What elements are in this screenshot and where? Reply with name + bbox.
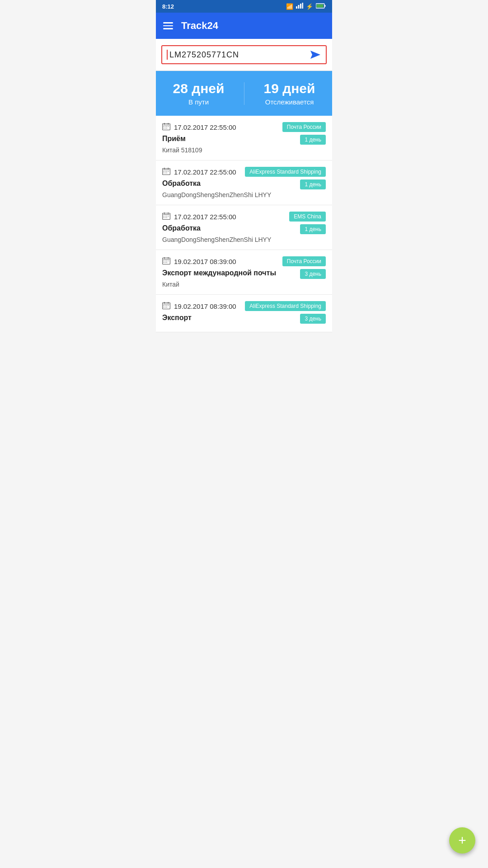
calendar-icon bbox=[162, 212, 170, 222]
svg-rect-16 bbox=[163, 127, 164, 128]
day-badge: 3 день bbox=[300, 314, 326, 324]
svg-rect-23 bbox=[163, 171, 164, 172]
entry-time: 17.02.2017 22:55:00 bbox=[174, 123, 236, 131]
entry-status: Экспорт международной почты bbox=[162, 269, 276, 277]
svg-rect-46 bbox=[165, 260, 166, 261]
day-badge: 1 день bbox=[300, 135, 326, 145]
svg-rect-56 bbox=[163, 305, 164, 306]
svg-rect-59 bbox=[168, 305, 169, 306]
search-container bbox=[156, 39, 332, 71]
text-cursor bbox=[167, 50, 168, 60]
stat-in-transit: 28 дней В пути bbox=[173, 81, 225, 106]
svg-rect-38 bbox=[163, 217, 164, 218]
svg-rect-14 bbox=[166, 126, 167, 127]
search-box bbox=[161, 45, 327, 64]
entry-body: Обработка 1 день bbox=[162, 179, 326, 189]
entry-status: Приём bbox=[162, 135, 186, 143]
day-badge: 1 день bbox=[300, 179, 326, 189]
tracking-entry: 17.02.2017 22:55:00 AliExpress Standard … bbox=[156, 160, 332, 205]
entry-status: Экспорт bbox=[162, 314, 192, 322]
tracking-entry: 19.02.2017 08:39:00 AliExpress Standard … bbox=[156, 295, 332, 332]
svg-rect-24 bbox=[165, 171, 166, 172]
svg-rect-50 bbox=[165, 262, 166, 263]
carrier-badge: Почта России bbox=[282, 122, 326, 132]
svg-rect-53 bbox=[163, 304, 169, 304]
svg-rect-31 bbox=[163, 214, 169, 215]
entry-body: Обработка 1 день bbox=[162, 224, 326, 234]
entry-header: 17.02.2017 22:55:00 EMS China bbox=[162, 212, 326, 222]
svg-rect-29 bbox=[166, 172, 167, 173]
entry-body: Приём 1 день bbox=[162, 135, 326, 145]
svg-rect-35 bbox=[165, 216, 166, 217]
carrier-badge: AliExpress Standard Shipping bbox=[245, 167, 326, 177]
entry-body: Экспорт 3 день bbox=[162, 314, 326, 324]
status-bar: 8:12 📶 ⚡ bbox=[156, 0, 332, 13]
svg-rect-36 bbox=[166, 216, 167, 217]
svg-rect-5 bbox=[317, 4, 324, 7]
carrier-badge: EMS China bbox=[289, 212, 326, 222]
entry-time: 17.02.2017 22:55:00 bbox=[174, 168, 236, 176]
svg-rect-60 bbox=[163, 307, 164, 307]
entry-time: 19.02.2017 08:39:00 bbox=[174, 302, 236, 310]
entry-datetime: 17.02.2017 22:55:00 bbox=[162, 123, 236, 132]
svg-rect-40 bbox=[166, 217, 167, 218]
svg-rect-37 bbox=[168, 216, 169, 217]
svg-rect-33 bbox=[168, 212, 169, 214]
entry-header: 17.02.2017 22:55:00 AliExpress Standard … bbox=[162, 167, 326, 177]
svg-rect-55 bbox=[168, 302, 169, 303]
svg-rect-26 bbox=[168, 171, 169, 172]
wifi-icon: 📶 bbox=[286, 3, 293, 10]
day-badge: 1 день bbox=[300, 224, 326, 234]
status-icons: 📶 ⚡ bbox=[286, 3, 326, 10]
calendar-icon bbox=[162, 257, 170, 266]
entry-header: 19.02.2017 08:39:00 AliExpress Standard … bbox=[162, 301, 326, 311]
entry-datetime: 19.02.2017 08:39:00 bbox=[162, 302, 236, 311]
entry-datetime: 17.02.2017 22:55:00 bbox=[162, 212, 236, 222]
svg-rect-25 bbox=[166, 171, 167, 172]
svg-rect-54 bbox=[164, 302, 165, 303]
entry-location: GuangDongShengShenZhenShi LHYY bbox=[162, 236, 326, 243]
entry-location: GuangDongShengShenZhenShi LHYY bbox=[162, 191, 326, 198]
tracking-entry: 17.02.2017 22:55:00 Почта России Приём 1… bbox=[156, 116, 332, 160]
tracking-list: 17.02.2017 22:55:00 Почта России Приём 1… bbox=[156, 116, 332, 332]
stat-tracked: 19 дней Отслеживается bbox=[264, 81, 315, 106]
calendar-icon bbox=[162, 302, 170, 311]
svg-rect-1 bbox=[298, 5, 300, 9]
search-send-button[interactable] bbox=[310, 50, 321, 60]
svg-rect-20 bbox=[163, 170, 169, 170]
svg-marker-7 bbox=[310, 51, 320, 59]
carrier-badge: AliExpress Standard Shipping bbox=[245, 301, 326, 311]
svg-rect-12 bbox=[163, 126, 164, 127]
entry-location: Китай bbox=[162, 281, 326, 288]
svg-rect-32 bbox=[164, 212, 165, 214]
svg-rect-22 bbox=[168, 168, 169, 169]
svg-rect-21 bbox=[164, 168, 165, 169]
svg-rect-9 bbox=[163, 125, 169, 125]
calendar-icon bbox=[162, 167, 170, 177]
stats-banner: 28 дней В пути 19 дней Отслеживается bbox=[156, 71, 332, 116]
svg-rect-61 bbox=[165, 307, 166, 307]
entry-location: Китай 518109 bbox=[162, 146, 326, 154]
calendar-icon bbox=[162, 123, 170, 132]
svg-rect-45 bbox=[163, 260, 164, 261]
svg-rect-47 bbox=[166, 260, 167, 261]
entry-header: 17.02.2017 22:55:00 Почта России bbox=[162, 122, 326, 132]
search-input[interactable] bbox=[169, 50, 306, 60]
menu-button[interactable] bbox=[163, 22, 173, 29]
entry-status: Обработка bbox=[162, 224, 201, 232]
entry-time: 17.02.2017 22:55:00 bbox=[174, 213, 236, 221]
stat-label-2: Отслеживается bbox=[264, 98, 315, 106]
svg-rect-6 bbox=[325, 5, 326, 7]
stat-days-1: 28 дней bbox=[173, 81, 225, 96]
entry-status: Обработка bbox=[162, 179, 201, 188]
svg-rect-10 bbox=[164, 123, 165, 124]
svg-rect-0 bbox=[296, 6, 297, 9]
carrier-badge: Почта России bbox=[282, 256, 326, 266]
svg-rect-57 bbox=[165, 305, 166, 306]
day-badge: 3 день bbox=[300, 269, 326, 279]
app-bar: Track24 bbox=[156, 13, 332, 39]
svg-rect-17 bbox=[165, 127, 166, 128]
tracking-entry: 19.02.2017 08:39:00 Почта России Экспорт… bbox=[156, 250, 332, 295]
app-title: Track24 bbox=[181, 20, 218, 32]
svg-rect-11 bbox=[168, 123, 169, 124]
